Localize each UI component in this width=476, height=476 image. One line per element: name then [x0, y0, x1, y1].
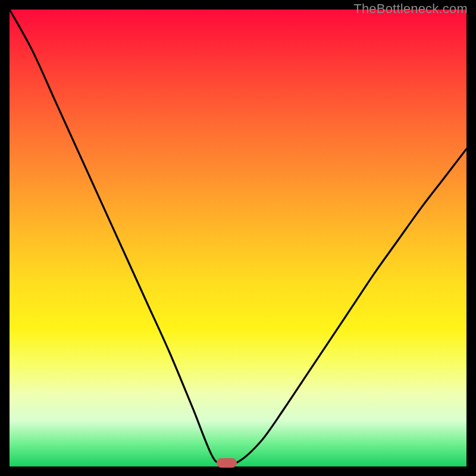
bottleneck-curve-path — [10, 10, 466, 464]
curve-svg — [10, 10, 466, 466]
optimal-marker — [217, 458, 237, 468]
chart-plot-area — [10, 10, 466, 466]
chart-frame: TheBottleneck.com — [0, 0, 476, 476]
watermark-text: TheBottleneck.com — [353, 1, 468, 17]
